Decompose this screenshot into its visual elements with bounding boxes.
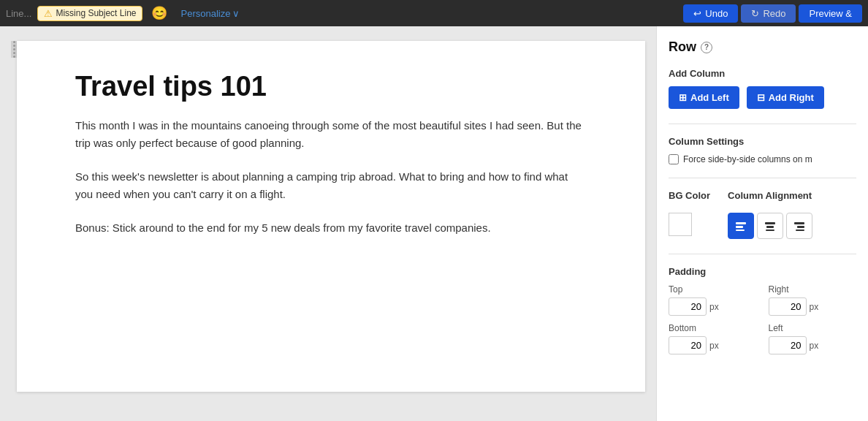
svg-rect-5 bbox=[766, 230, 774, 231]
padding-right-group: Right px bbox=[769, 284, 857, 316]
bg-color-section: BG Color bbox=[669, 190, 710, 236]
svg-rect-3 bbox=[765, 222, 775, 224]
email-paragraph-3: Bonus: Stick around to the end for my 5 … bbox=[75, 219, 587, 237]
resize-dot bbox=[13, 52, 15, 54]
toolbar: Line... ⚠ Missing Subject Line 😊 Persona… bbox=[0, 0, 868, 26]
force-side-by-side-checkbox[interactable] bbox=[669, 154, 679, 164]
align-right-icon bbox=[793, 219, 806, 232]
email-title: Travel tips 101 bbox=[75, 70, 587, 104]
personalize-button[interactable]: Personalize ∨ bbox=[176, 7, 244, 20]
align-center-icon bbox=[764, 219, 777, 232]
force-side-by-side-row: Force side-by-side columns on m bbox=[669, 154, 856, 164]
svg-rect-2 bbox=[736, 230, 745, 231]
padding-left-input[interactable] bbox=[769, 336, 807, 354]
panel-section-title: Row ? bbox=[669, 39, 856, 55]
email-paragraph-2: So this week's newsletter is about plann… bbox=[75, 168, 587, 203]
padding-top-px: px bbox=[709, 302, 719, 312]
divider-2 bbox=[669, 178, 856, 178]
divider-3 bbox=[669, 254, 856, 254]
padding-top-group: Top px bbox=[669, 284, 757, 316]
svg-rect-6 bbox=[794, 222, 804, 224]
undo-label: Undo bbox=[705, 8, 728, 19]
padding-left-group: Left px bbox=[769, 323, 857, 354]
preview-button[interactable]: Preview & bbox=[799, 4, 862, 23]
padding-left-px: px bbox=[810, 341, 819, 351]
undo-icon: ↩ bbox=[693, 8, 701, 19]
align-right-button[interactable] bbox=[786, 213, 812, 239]
svg-rect-8 bbox=[796, 230, 804, 231]
redo-icon: ↻ bbox=[751, 8, 759, 19]
toolbar-left: Line... ⚠ Missing Subject Line 😊 Persona… bbox=[6, 4, 677, 23]
padding-top-input-row: px bbox=[669, 297, 757, 316]
padding-right-input-row: px bbox=[769, 297, 857, 316]
padding-right-label: Right bbox=[769, 284, 857, 295]
email-paragraph-1: This month I was in the mountains canoei… bbox=[75, 117, 587, 152]
add-left-button[interactable]: ⊞ Add Left bbox=[669, 86, 739, 109]
bg-color-label: BG Color bbox=[669, 190, 710, 201]
undo-button[interactable]: ↩ Undo bbox=[683, 4, 738, 23]
padding-title: Padding bbox=[669, 266, 856, 277]
bg-align-row: BG Color Column Alignment bbox=[669, 190, 856, 239]
alignment-buttons bbox=[728, 213, 812, 239]
padding-grid: Top px Right px Bottom bbox=[669, 284, 856, 354]
align-left-icon bbox=[734, 219, 747, 232]
add-right-icon: ⊟ bbox=[757, 92, 765, 103]
align-center-button[interactable] bbox=[757, 213, 783, 239]
warning-icon: ⚠ bbox=[44, 8, 53, 19]
canvas-area: Travel tips 101 This month I was in the … bbox=[0, 26, 656, 421]
row-label: Row bbox=[669, 39, 696, 55]
emoji-button[interactable]: 😊 bbox=[148, 4, 170, 23]
subject-line-placeholder[interactable]: Line... bbox=[6, 8, 31, 19]
help-icon[interactable]: ? bbox=[701, 42, 712, 53]
add-column-row: ⊞ Add Left ⊟ Add Right bbox=[669, 86, 856, 109]
padding-right-px: px bbox=[810, 302, 819, 312]
bg-color-swatch[interactable] bbox=[669, 213, 692, 236]
missing-subject-badge[interactable]: ⚠ Missing Subject Line bbox=[37, 6, 142, 21]
redo-label: Redo bbox=[763, 8, 785, 19]
resize-dot bbox=[13, 45, 15, 47]
padding-left-input-row: px bbox=[769, 336, 857, 354]
svg-rect-0 bbox=[736, 222, 746, 224]
column-settings-label: Column Settings bbox=[669, 136, 856, 147]
padding-bottom-input[interactable] bbox=[669, 336, 707, 354]
align-left-button[interactable] bbox=[728, 213, 754, 239]
redo-button[interactable]: ↻ Redo bbox=[741, 4, 796, 23]
padding-top-label: Top bbox=[669, 284, 757, 295]
padding-section: Padding Top px Right px bbox=[669, 266, 856, 354]
column-alignment-label: Column Alignment bbox=[728, 190, 812, 201]
resize-dot bbox=[13, 41, 15, 43]
column-alignment-section: Column Alignment bbox=[728, 190, 812, 239]
add-left-icon: ⊞ bbox=[679, 92, 687, 103]
padding-bottom-group: Bottom px bbox=[669, 323, 757, 354]
add-left-label: Add Left bbox=[690, 92, 729, 103]
padding-bottom-label: Bottom bbox=[669, 323, 757, 333]
main-layout: Travel tips 101 This month I was in the … bbox=[0, 26, 868, 421]
left-resize-handle[interactable] bbox=[11, 41, 17, 58]
force-side-by-side-label: Force side-by-side columns on m bbox=[683, 154, 812, 164]
resize-dot bbox=[13, 56, 15, 58]
padding-left-label: Left bbox=[769, 323, 857, 333]
email-canvas: Travel tips 101 This month I was in the … bbox=[17, 41, 645, 392]
svg-rect-1 bbox=[736, 226, 743, 228]
personalize-label: Personalize bbox=[180, 8, 230, 19]
add-column-label: Add Column bbox=[669, 68, 856, 79]
padding-top-input[interactable] bbox=[669, 297, 707, 316]
svg-rect-7 bbox=[797, 226, 804, 228]
toolbar-right: ↩ Undo ↻ Redo Preview & bbox=[683, 4, 862, 23]
missing-subject-label: Missing Subject Line bbox=[56, 8, 136, 18]
padding-bottom-px: px bbox=[709, 341, 719, 351]
svg-rect-4 bbox=[766, 226, 774, 228]
resize-dot bbox=[13, 48, 15, 50]
add-right-label: Add Right bbox=[769, 92, 814, 103]
divider-1 bbox=[669, 124, 856, 124]
padding-right-input[interactable] bbox=[769, 297, 807, 316]
right-panel: Row ? Add Column ⊞ Add Left ⊟ Add Right … bbox=[656, 26, 868, 421]
add-right-button[interactable]: ⊟ Add Right bbox=[747, 86, 824, 109]
chevron-down-icon: ∨ bbox=[232, 8, 240, 19]
padding-bottom-input-row: px bbox=[669, 336, 757, 354]
